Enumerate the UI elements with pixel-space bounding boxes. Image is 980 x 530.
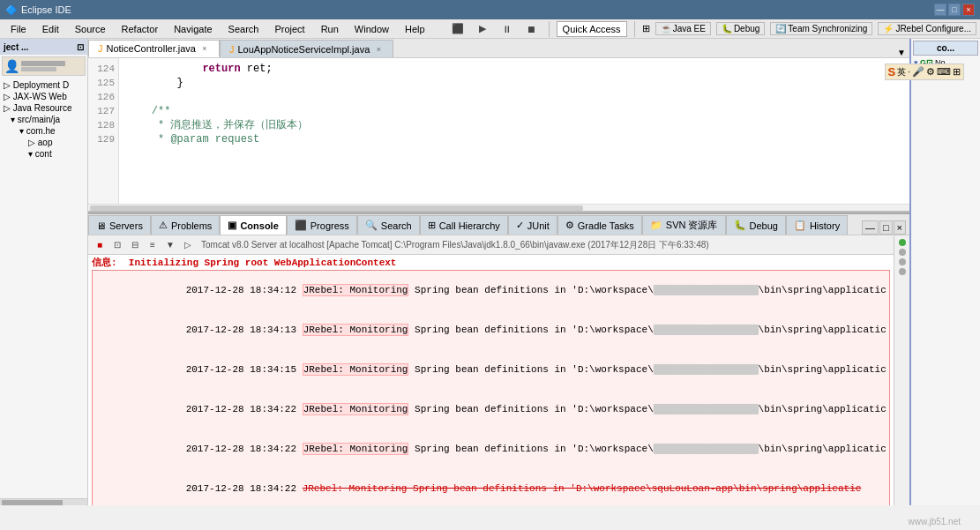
tab-label-lou-app: LouAppNoticeServiceImpl.java [238, 44, 370, 55]
code-line-124: return ret; [126, 62, 902, 76]
panel-close-icon[interactable]: × [894, 220, 906, 235]
menu-search[interactable]: Search [221, 20, 266, 38]
console-icon: ▣ [228, 220, 236, 231]
ime-mic-icon: 🎤 [912, 66, 924, 78]
junit-icon: ✓ [516, 220, 524, 231]
console-btn-5[interactable]: ▼ [162, 237, 178, 253]
toolbar-icon-grid: ⊞ [642, 23, 650, 34]
console-btn-6[interactable]: ▷ [180, 237, 196, 253]
java-ee-badge[interactable]: ☕ Java EE [655, 22, 711, 35]
menu-edit[interactable]: Edit [35, 20, 66, 38]
team-sync-badge[interactable]: 🔄 Team Synchronizing [770, 22, 872, 35]
menu-run[interactable]: Run [314, 20, 346, 38]
progress-label: Progress [310, 220, 349, 231]
progress-icon: ⬛ [295, 220, 307, 231]
call-hierarchy-label: Call Hierarchy [439, 220, 500, 231]
menu-source[interactable]: Source [68, 20, 113, 38]
debug-tab-label: Debug [750, 220, 778, 231]
console-toolbar: ■ ⊡ ⊟ ≡ ▼ ▷ Tomcat v8.0 Server at localh… [88, 235, 894, 255]
sidebar-tree: 👤 ▷ Deployment D ▷ JAX-WS Web ▷ Java Res… [0, 55, 87, 498]
menu-file[interactable]: File [4, 20, 34, 38]
tab-history[interactable]: 📋 History [786, 215, 848, 235]
menu-refactor[interactable]: Refactor [115, 20, 166, 38]
stop-button[interactable]: ■ [92, 237, 108, 253]
tab-junit[interactable]: ✓ JUnit [508, 215, 557, 235]
close-button[interactable]: × [962, 4, 975, 16]
console-btn-3[interactable]: ⊟ [127, 237, 143, 253]
toolbar-icon-2[interactable]: ▶ [473, 19, 492, 39]
maximize-button[interactable]: □ [948, 4, 961, 16]
code-line-129: * @param request [126, 132, 902, 146]
java-ee-icon: ☕ [661, 24, 671, 34]
search-label: Search [381, 220, 412, 231]
sidebar-controls[interactable]: ⊡ [77, 42, 84, 52]
jrebel-label: JRebel Configure... [895, 24, 971, 34]
title-bar-controls[interactable]: — □ × [934, 4, 975, 16]
svn-label: SVN 资源库 [666, 219, 718, 232]
tree-item-com[interactable]: ▾ com.he [2, 125, 86, 137]
tab-problems[interactable]: ⚠ Problems [151, 215, 220, 235]
console-output[interactable]: 信息: Initializing Spring root WebApplicat… [88, 255, 894, 505]
editor-tab-overflow[interactable]: ▼ [897, 48, 906, 57]
tree-item-aop[interactable]: ▷ aop [2, 137, 86, 148]
toolbar-icon-4[interactable]: ⏹ [522, 19, 542, 39]
menu-window[interactable]: Window [348, 20, 396, 38]
ime-settings-icon: ⚙ [926, 66, 935, 78]
bottom-tabs: 🖥 Servers ⚠ Problems ▣ Console ⬛ Progres… [88, 214, 909, 235]
tab-notice-controller[interactable]: J NoticeController.java × [88, 40, 220, 57]
tab-debug[interactable]: 🐛 Debug [726, 215, 786, 235]
editor-tabs: J NoticeController.java × J LouAppNotice… [88, 39, 909, 58]
menu-help[interactable]: Help [398, 20, 432, 38]
tab-lou-app-notice[interactable]: J LouAppNoticeServiceImpl.java × [220, 40, 393, 57]
tab-search[interactable]: 🔍 Search [357, 215, 420, 235]
panel-maximize-icon[interactable]: □ [879, 220, 893, 235]
quick-access-box[interactable]: Quick Access [557, 21, 627, 37]
debug-icon: 🐛 [722, 24, 732, 34]
console-label: Console [240, 220, 278, 231]
tab-gradle[interactable]: ⚙ Gradle Tasks [557, 215, 642, 235]
servers-label: Servers [109, 220, 143, 231]
ime-toolbar: S 英 · 🎤 ⚙ ⌨ ⊞ [909, 63, 964, 80]
tab-console[interactable]: ▣ Console [220, 215, 286, 235]
debug-badge[interactable]: 🐛 Debug [716, 22, 765, 35]
tab-svn[interactable]: 📁 SVN 资源库 [642, 215, 726, 235]
tab-label-notice-controller: NoticeController.java [107, 43, 197, 54]
menu-bar: File Edit Source Refactor Navigate Searc… [0, 19, 980, 39]
title-bar-left: 🔷 Eclipse IDE [5, 4, 71, 16]
menu-project[interactable]: Project [267, 20, 311, 38]
console-info-line: 信息: Initializing Spring root WebApplicat… [92, 257, 890, 270]
tree-item-deployment[interactable]: ▷ Deployment D [2, 79, 86, 91]
tree-item-src[interactable]: ▾ src/main/ja [2, 114, 86, 125]
indicator-3 [899, 258, 906, 265]
tab-progress[interactable]: ⬛ Progress [287, 215, 357, 235]
tree-item-jaxws[interactable]: ▷ JAX-WS Web [2, 91, 86, 102]
toolbar-icon-3[interactable]: ⏸ [497, 19, 517, 39]
console-btn-4[interactable]: ≡ [145, 237, 161, 253]
tab-icon-java: J [98, 43, 103, 54]
main-area: ject ... ⊡ 👤 ▷ Deployment D ▷ JAX-WS Web… [0, 39, 980, 505]
tab-close-lou-app[interactable]: × [373, 44, 384, 55]
toolbar-icon-1[interactable]: ⬛ [448, 19, 468, 39]
sidebar-header: ject ... ⊡ [0, 39, 87, 55]
debug-tab-icon: 🐛 [734, 220, 746, 231]
tab-close-notice-controller[interactable]: × [199, 43, 210, 54]
tab-servers[interactable]: 🖥 Servers [88, 215, 151, 235]
bottom-panel: 🖥 Servers ⚠ Problems ▣ Console ⬛ Progres… [88, 213, 909, 505]
problems-icon: ⚠ [159, 220, 168, 231]
tree-item-java-resource[interactable]: ▷ Java Resource [2, 102, 86, 114]
console-btn-2[interactable]: ⊡ [109, 237, 125, 253]
right-panel-header: co... [913, 41, 978, 56]
code-content[interactable]: return ret; } /** * 消息推送，并保存（旧版本） * @par… [119, 58, 909, 204]
servers-icon: 🖥 [96, 220, 106, 231]
jrebel-badge[interactable]: ⚡ JRebel Configure... [878, 22, 976, 35]
minimize-button[interactable]: — [934, 4, 946, 16]
debug-label: Debug [734, 24, 759, 34]
tab-icon-java-2: J [229, 44, 235, 55]
jrebel-line-strike: 2017-12-28 18:34:22 JRebel: Monitoring S… [93, 469, 889, 505]
sidebar-title: ject ... [4, 42, 28, 52]
tab-call-hierarchy[interactable]: ⊞ Call Hierarchy [420, 215, 508, 235]
tree-item-cont[interactable]: ▾ cont [2, 148, 86, 160]
panel-minimize-icon[interactable]: — [862, 220, 879, 235]
menu-navigate[interactable]: Navigate [167, 20, 219, 38]
code-line-127: /** [126, 104, 902, 118]
